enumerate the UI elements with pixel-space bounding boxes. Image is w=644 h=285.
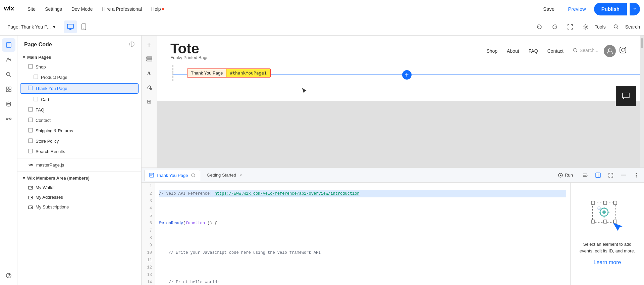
tools-button[interactable] [579, 20, 592, 33]
svg-rect-21 [29, 64, 33, 68]
tab-info-icon[interactable]: i [191, 173, 195, 177]
site-avatar[interactable] [604, 45, 616, 57]
wix-logo[interactable]: wix [4, 4, 20, 14]
add-section-button[interactable]: + [402, 70, 412, 80]
sidebar-item-my-addresses-label: My Addresses [36, 195, 63, 200]
help-icon-button[interactable] [2, 269, 15, 282]
sidebar-item-contact[interactable]: Contact [17, 115, 141, 126]
sidebar-item-store-policy[interactable]: Store Policy [17, 136, 141, 146]
sidebar-item-product-page[interactable]: Product Page [17, 72, 141, 83]
layers-button[interactable] [143, 53, 155, 65]
publish-button[interactable]: Publish [594, 3, 627, 15]
undo-button[interactable] [533, 20, 546, 33]
sidebar-content: ▾ Main Pages Shop Product Page [17, 52, 141, 285]
site-nav-about[interactable]: About [507, 48, 519, 54]
save-button[interactable]: Save [538, 3, 560, 14]
svg-rect-22 [34, 75, 38, 79]
svg-rect-40 [147, 58, 152, 59]
mobile-view-button[interactable] [77, 20, 90, 33]
second-bar: Page: Thank You P... ▾ Tools Search [0, 18, 644, 36]
sidebar-item-masterpage[interactable]: masterPage.js [17, 160, 141, 170]
code-format-button[interactable] [580, 170, 590, 180]
add-element-button[interactable]: + [143, 39, 155, 51]
member-page-icon [28, 205, 33, 209]
code-line-7: // Print hello world: [159, 279, 566, 285]
svg-point-78 [598, 208, 599, 209]
svg-rect-11 [6, 87, 8, 89]
sidebar-item-my-subscriptions[interactable]: My Subscriptions [17, 202, 141, 212]
site-logo-text: Tote [170, 42, 208, 56]
svg-text:A: A [147, 71, 151, 76]
svg-text:wix: wix [4, 5, 14, 12]
sidebar-info-icon[interactable]: ⓘ [129, 41, 135, 48]
pages-icon-button[interactable] [2, 38, 15, 52]
style-icon-button[interactable] [2, 53, 15, 66]
svg-rect-39 [147, 57, 152, 58]
chat-widget[interactable] [616, 86, 636, 106]
tools-label[interactable]: Tools [595, 24, 606, 30]
nav-help[interactable]: Help [147, 0, 169, 18]
redo-button[interactable] [548, 20, 561, 33]
tab-close-icon[interactable]: × [239, 173, 242, 178]
paint-button[interactable] [143, 81, 155, 93]
nav-site[interactable]: Site [23, 0, 40, 18]
sidebar-item-shop[interactable]: Shop [17, 62, 141, 72]
code-content[interactable]: // Velo API Reference: https://www.wix.c… [155, 183, 570, 285]
nav-settings[interactable]: Settings [40, 0, 67, 18]
site-search-placeholder[interactable]: Search... [580, 48, 598, 53]
svg-rect-25 [29, 107, 33, 111]
sidebar-item-search-results-label: Search Results [36, 149, 65, 154]
sidebar-item-search-results[interactable]: Search Results [17, 146, 141, 157]
publish-dropdown-button[interactable] [630, 3, 640, 15]
svg-rect-67 [613, 201, 617, 204]
site-nav-shop[interactable]: Shop [486, 48, 497, 54]
desktop-view-button[interactable] [64, 20, 77, 33]
site-nav-contact[interactable]: Contact [547, 48, 564, 54]
page-selector[interactable]: Page: Thank You P... ▾ [4, 22, 59, 32]
search-label[interactable]: Search [625, 24, 640, 30]
svg-rect-70 [613, 220, 617, 223]
sidebar-item-shipping[interactable]: Shipping & Returns [17, 126, 141, 136]
layout-button[interactable]: ⊞ [143, 95, 155, 107]
instagram-icon[interactable] [619, 46, 627, 55]
run-button[interactable]: Run [553, 171, 578, 179]
canvas-vertical-scrollbar[interactable] [640, 36, 644, 168]
nav-hire[interactable]: Hire a Professional [98, 0, 147, 18]
sidebar-item-faq[interactable]: FAQ [17, 105, 141, 115]
code-panel-button[interactable] [593, 170, 603, 180]
page-tag[interactable]: Thank You Page #thankYouPage1 [187, 68, 271, 78]
preview-button[interactable]: Preview [562, 3, 591, 14]
canvas-area: + A ⊞ [142, 36, 644, 168]
site-nav-faq[interactable]: FAQ [529, 48, 538, 54]
search-sidebar-button[interactable] [2, 68, 15, 81]
svg-rect-26 [29, 118, 33, 122]
code-more-button[interactable] [631, 170, 641, 180]
text-tool-button[interactable]: A [143, 67, 155, 79]
right-panel-illustration [589, 199, 626, 236]
code-line-5: // Write your Javascript code here using… [159, 249, 566, 256]
sidebar-item-my-wallet[interactable]: My Wallet [17, 183, 141, 192]
components-icon-button[interactable] [2, 83, 15, 96]
code-minimize-button[interactable] [619, 170, 629, 180]
members-area-section-header[interactable]: ▾ Wix Members Area (members) [17, 173, 141, 183]
code-tab-getting-started[interactable]: Getting Started × [202, 170, 247, 181]
sidebar-item-thank-you-page[interactable]: Thank You Page [20, 83, 139, 94]
svg-rect-41 [147, 60, 152, 61]
code-line-3: $w.onReady(function () { [159, 220, 566, 227]
nav-devmode[interactable]: Dev Mode [67, 0, 98, 18]
code-tab-thank-you-page[interactable]: Thank You Page i [144, 170, 200, 181]
connect-icon-button[interactable] [2, 112, 15, 126]
main-pages-section-header[interactable]: ▾ Main Pages [17, 52, 141, 62]
page-icon [28, 128, 33, 134]
svg-point-62 [636, 175, 637, 176]
sidebar-item-cart[interactable]: Cart [17, 94, 141, 105]
members-area-label: Wix Members Area (members) [27, 176, 90, 181]
sidebar-item-shop-label: Shop [36, 64, 46, 69]
right-panel-learn-more-link[interactable]: Learn more [594, 259, 621, 266]
fit-button[interactable] [564, 20, 577, 33]
database-icon-button[interactable] [2, 97, 15, 111]
chevron-down-icon: ▾ [53, 24, 55, 30]
code-expand-button[interactable] [606, 170, 616, 180]
sidebar-item-my-addresses[interactable]: My Addresses [17, 192, 141, 202]
search-button[interactable] [610, 20, 623, 33]
